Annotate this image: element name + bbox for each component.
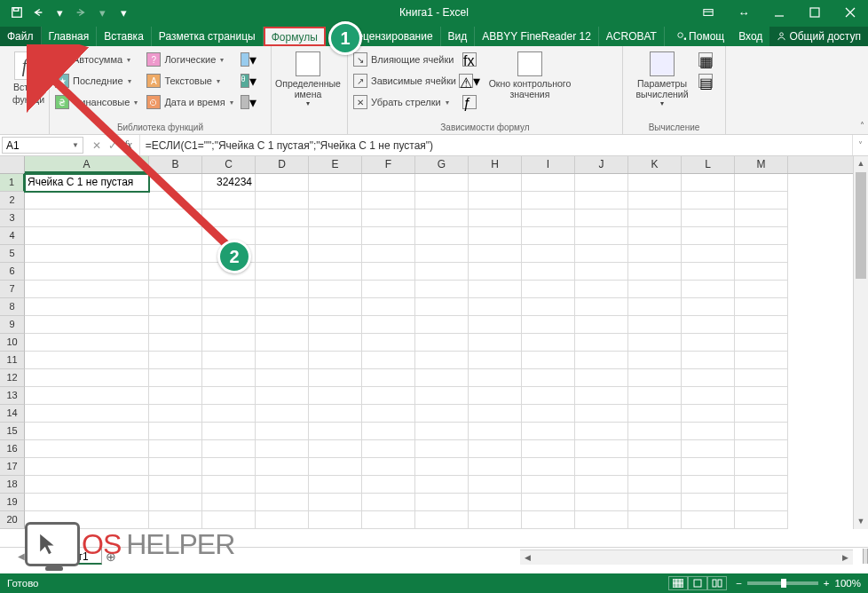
cell-A12[interactable] (25, 369, 149, 387)
col-header-H[interactable]: H (469, 156, 522, 173)
cell-L12[interactable] (682, 369, 735, 387)
cell-L2[interactable] (682, 192, 735, 210)
cell-F9[interactable] (362, 316, 415, 334)
row-header-19[interactable]: 19 (0, 494, 25, 511)
expand-formula-bar[interactable]: ˅ (852, 135, 868, 155)
math-button[interactable]: θ▾ (241, 71, 256, 91)
cell-L14[interactable] (682, 405, 735, 423)
scroll-thumb[interactable] (856, 172, 866, 279)
cell-F2[interactable] (362, 192, 415, 210)
cell-M18[interactable] (735, 476, 788, 494)
cell-L18[interactable] (682, 476, 735, 494)
cell-K17[interactable] (628, 458, 682, 476)
cell-C11[interactable] (202, 352, 256, 369)
cell-E11[interactable] (309, 352, 362, 369)
cell-K19[interactable] (628, 494, 682, 511)
cell-M17[interactable] (735, 458, 788, 476)
horizontal-scrollbar[interactable]: ◀ ▶ (520, 550, 853, 565)
cell-K5[interactable] (628, 245, 682, 263)
cell-E10[interactable] (309, 334, 362, 352)
cell-A3[interactable] (25, 210, 149, 227)
cell-H14[interactable] (469, 405, 522, 423)
cell-H13[interactable] (469, 387, 522, 405)
row-header-12[interactable]: 12 (0, 369, 25, 387)
cell-L20[interactable] (682, 511, 735, 529)
defined-names-button[interactable]: Определенные имена ▾ (275, 48, 341, 107)
cell-K11[interactable] (628, 352, 682, 369)
cell-A4[interactable] (25, 227, 149, 245)
cell-G11[interactable] (415, 352, 469, 369)
cell-L3[interactable] (682, 210, 735, 227)
cell-H6[interactable] (469, 263, 522, 281)
cell-E12[interactable] (309, 369, 362, 387)
cell-G9[interactable] (415, 316, 469, 334)
cell-E19[interactable] (309, 494, 362, 511)
cell-J16[interactable] (575, 440, 628, 458)
cell-A11[interactable] (25, 352, 149, 369)
cell-M12[interactable] (735, 369, 788, 387)
cell-D5[interactable] (256, 245, 309, 263)
cell-A16[interactable] (25, 440, 149, 458)
view-page-icon[interactable] (688, 576, 707, 590)
col-header-L[interactable]: L (682, 156, 735, 173)
zoom-in-icon[interactable]: + (824, 578, 830, 589)
cell-D12[interactable] (256, 369, 309, 387)
cell-C9[interactable] (202, 316, 256, 334)
col-header-A[interactable]: A (25, 156, 149, 173)
cell-B11[interactable] (149, 352, 202, 369)
cell-L9[interactable] (682, 316, 735, 334)
cell-F8[interactable] (362, 298, 415, 316)
view-break-icon[interactable] (707, 576, 727, 590)
tab-insert[interactable]: Вставка (97, 27, 152, 46)
enter-formula-icon[interactable]: ✓ (108, 139, 117, 152)
cell-L8[interactable] (682, 298, 735, 316)
cell-C10[interactable] (202, 334, 256, 352)
cell-G12[interactable] (415, 369, 469, 387)
cell-I6[interactable] (522, 263, 575, 281)
cell-I17[interactable] (522, 458, 575, 476)
cell-G15[interactable] (415, 423, 469, 440)
cell-B17[interactable] (149, 458, 202, 476)
redo-button[interactable] (71, 3, 91, 22)
insert-function-button[interactable]: fx Встави функци (4, 48, 53, 105)
remove-arrows[interactable]: ✕Убрать стрелки▾ (351, 92, 458, 112)
fx-icon[interactable]: fx (124, 138, 132, 152)
cell-I9[interactable] (522, 316, 575, 334)
cell-A8[interactable] (25, 298, 149, 316)
cell-B1[interactable] (149, 174, 202, 192)
cell-D1[interactable] (256, 174, 309, 192)
cell-J15[interactable] (575, 423, 628, 440)
tell-me[interactable]: Помощ (669, 27, 731, 46)
cell-J13[interactable] (575, 387, 628, 405)
cell-H1[interactable] (469, 174, 522, 192)
trace-precedents[interactable]: ↘Влияющие ячейки (351, 50, 458, 69)
cell-J14[interactable] (575, 405, 628, 423)
cell-F3[interactable] (362, 210, 415, 227)
cell-L11[interactable] (682, 352, 735, 369)
cell-D15[interactable] (256, 423, 309, 440)
cell-F13[interactable] (362, 387, 415, 405)
cell-I10[interactable] (522, 334, 575, 352)
cell-G3[interactable] (415, 210, 469, 227)
cell-M19[interactable] (735, 494, 788, 511)
cell-E1[interactable] (309, 174, 362, 192)
calc-sheet[interactable]: ▤ (698, 71, 714, 91)
cell-J5[interactable] (575, 245, 628, 263)
cell-E14[interactable] (309, 405, 362, 423)
cell-K12[interactable] (628, 369, 682, 387)
cell-G5[interactable] (415, 245, 469, 263)
scroll-down-icon[interactable]: ▼ (854, 514, 868, 529)
cell-C13[interactable] (202, 387, 256, 405)
cell-J18[interactable] (575, 476, 628, 494)
cell-E3[interactable] (309, 210, 362, 227)
cell-E9[interactable] (309, 316, 362, 334)
cell-I2[interactable] (522, 192, 575, 210)
row-header-11[interactable]: 11 (0, 352, 25, 369)
scroll-left-icon[interactable]: ◀ (520, 553, 535, 562)
cell-A19[interactable] (25, 494, 149, 511)
cell-I8[interactable] (522, 298, 575, 316)
row-header-14[interactable]: 14 (0, 405, 25, 423)
cell-K3[interactable] (628, 210, 682, 227)
cell-I7[interactable] (522, 281, 575, 298)
cell-D20[interactable] (256, 511, 309, 529)
